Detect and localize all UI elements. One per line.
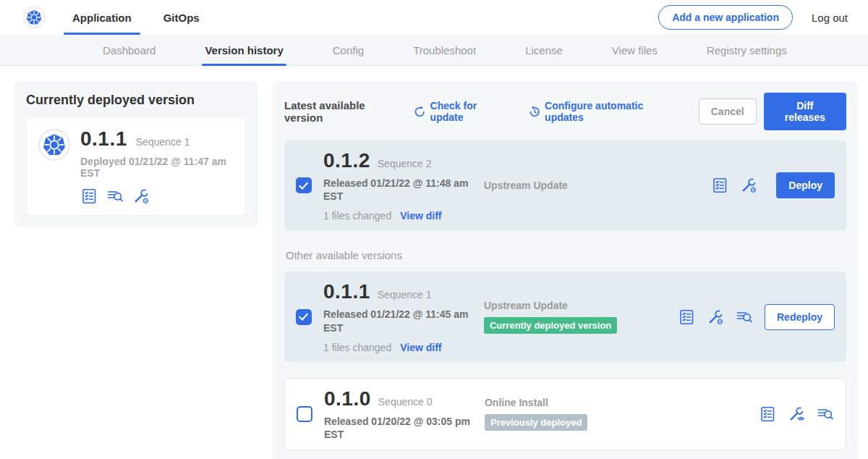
source-label: Upstream Update	[484, 180, 678, 191]
cancel-button[interactable]: Cancel	[699, 98, 757, 125]
version-info: 0.1.0 Sequence 0 Released 01/20/22 @ 03:…	[324, 387, 477, 441]
version-row-0-1-2: 0.1.2 Sequence 2 Released 01/21/22 @ 11:…	[284, 140, 846, 230]
previously-deployed-badge: Previously deployed	[485, 414, 587, 431]
source-label: Upstream Update	[484, 300, 678, 311]
version-actions: Redeploy	[678, 304, 835, 330]
version-source: Online Install Previously deployed	[485, 397, 678, 431]
main-content: Currently deployed version 0.1.1 Sequenc…	[0, 66, 868, 459]
available-versions-panel: Latest available version Check for updat…	[273, 81, 858, 459]
other-available-versions-title: Other available versions	[286, 249, 845, 261]
edit-config-icon[interactable]	[132, 188, 150, 205]
currently-deployed-panel: Currently deployed version 0.1.1 Sequenc…	[14, 81, 258, 227]
subnav-dashboard[interactable]: Dashboard	[100, 35, 158, 65]
version-row-0-1-1: 0.1.1 Sequence 1 Released 01/21/22 @ 11:…	[284, 271, 846, 361]
version-select-checkbox[interactable]	[296, 177, 312, 193]
version-select-checkbox[interactable]	[296, 309, 312, 325]
available-panel-header: Latest available version Check for updat…	[284, 93, 846, 130]
check-for-update-link[interactable]: Check for update	[414, 100, 510, 123]
currently-deployed-title: Currently deployed version	[26, 93, 246, 108]
version-source: Upstream Update	[484, 180, 678, 191]
deploy-logs-icon[interactable]	[817, 405, 834, 423]
subnav-version-history[interactable]: Version history	[202, 35, 286, 65]
top-nav: Application GitOps Add a new application…	[0, 0, 868, 35]
view-diff-link[interactable]: View diff	[400, 210, 441, 222]
deployed-timestamp: Deployed 01/21/22 @ 11:47 am EST	[80, 156, 234, 179]
currently-deployed-badge: Currently deployed version	[484, 317, 617, 334]
version-select-checkbox[interactable]	[297, 406, 312, 422]
configure-updates-label: Configure automatic updates	[545, 100, 680, 123]
configure-automatic-updates-link[interactable]: Configure automatic updates	[529, 100, 680, 123]
subnav-config[interactable]: Config	[330, 35, 367, 65]
files-changed-label: 1 files changed	[323, 210, 391, 222]
latest-available-title: Latest available version	[284, 99, 402, 124]
kubernetes-logo-icon	[23, 7, 45, 28]
sequence-label: Sequence 0	[378, 396, 433, 408]
source-label: Online Install	[485, 397, 678, 408]
kubernetes-app-icon	[38, 129, 70, 161]
version-number: 0.1.0	[324, 387, 371, 410]
preflight-checks-icon[interactable]	[678, 308, 695, 326]
redeploy-button[interactable]: Redeploy	[765, 304, 835, 330]
deployed-action-icons	[80, 188, 234, 205]
add-new-application-button[interactable]: Add a new application	[658, 5, 793, 30]
edit-config-icon[interactable]	[707, 308, 724, 326]
subnav-license[interactable]: License	[522, 35, 566, 65]
app-subnav: Dashboard Version history Config Trouble…	[0, 35, 868, 66]
clock-refresh-icon	[529, 106, 540, 118]
version-actions: Deploy	[711, 172, 835, 198]
deployed-version-info: 0.1.1 Sequence 1 Deployed 01/21/22 @ 11:…	[80, 127, 234, 205]
subnav-registry-settings[interactable]: Registry settings	[704, 35, 790, 65]
version-info: 0.1.1 Sequence 1 Released 01/21/22 @ 11:…	[323, 280, 477, 353]
sequence-label: Sequence 2	[378, 158, 432, 169]
released-timestamp: Released 01/20/22 @ 03:05 pm EST	[324, 415, 472, 441]
deployed-sequence-label: Sequence 1	[136, 136, 190, 148]
refresh-icon	[414, 106, 425, 118]
released-timestamp: Released 01/21/22 @ 11:48 am EST	[323, 177, 472, 203]
version-number: 0.1.2	[323, 149, 370, 172]
tab-application[interactable]: Application	[64, 0, 140, 35]
deploy-logs-icon[interactable]	[736, 308, 753, 326]
deploy-logs-icon[interactable]	[106, 188, 124, 205]
files-changed-label: 1 files changed	[323, 342, 391, 353]
deployed-version-number: 0.1.1	[80, 127, 127, 151]
subnav-view-files[interactable]: View files	[609, 35, 660, 65]
version-info: 0.1.2 Sequence 2 Released 01/21/22 @ 11:…	[323, 149, 477, 222]
preflight-checks-icon[interactable]	[80, 188, 98, 205]
version-row-0-1-0: 0.1.0 Sequence 0 Released 01/20/22 @ 03:…	[284, 378, 846, 450]
deploy-button[interactable]: Deploy	[776, 172, 835, 198]
preflight-checks-icon[interactable]	[759, 405, 776, 423]
subnav-troubleshoot[interactable]: Troubleshoot	[410, 35, 479, 65]
view-diff-link[interactable]: View diff	[400, 342, 441, 353]
top-nav-right: Add a new application Log out	[658, 5, 848, 30]
version-number: 0.1.1	[323, 280, 370, 303]
top-tabs: Application GitOps	[64, 0, 223, 35]
deployed-version-card: 0.1.1 Sequence 1 Deployed 01/21/22 @ 11:…	[26, 117, 246, 216]
preflight-checks-icon[interactable]	[711, 177, 728, 194]
edit-config-icon[interactable]	[740, 177, 757, 194]
diff-releases-button[interactable]: Diff releases	[764, 93, 846, 130]
tab-gitops[interactable]: GitOps	[155, 0, 208, 35]
released-timestamp: Released 01/21/22 @ 11:45 am EST	[323, 308, 472, 334]
logout-button[interactable]: Log out	[812, 12, 848, 24]
version-actions	[759, 405, 834, 423]
check-for-update-label: Check for update	[430, 100, 510, 123]
view-config-icon[interactable]	[788, 405, 805, 423]
sequence-label: Sequence 1	[378, 289, 432, 300]
version-source: Upstream Update Currently deployed versi…	[484, 300, 678, 334]
